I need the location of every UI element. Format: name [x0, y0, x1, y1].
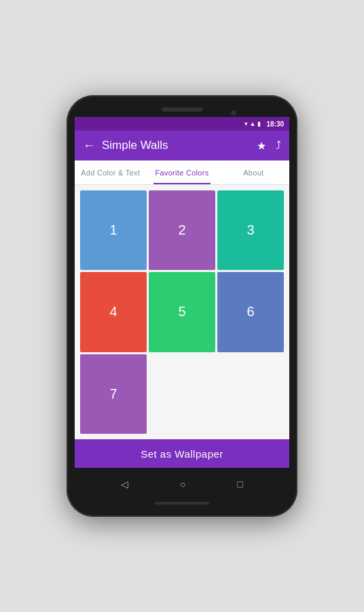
app-bar: ← Simple Walls ★ ⤴ — [75, 131, 289, 160]
tab-add-color-text[interactable]: Add Color & Text — [75, 160, 146, 184]
tab-about[interactable]: About — [218, 160, 289, 184]
phone-camera — [231, 110, 236, 116]
color-cell-8 — [149, 354, 215, 434]
color-cell-9 — [217, 354, 284, 434]
status-bar: ▾ ▲ ▮ 18:30 — [75, 117, 289, 131]
share-button[interactable]: ⤴ — [276, 139, 281, 152]
star-button[interactable]: ★ — [257, 139, 266, 152]
phone-frame: ▾ ▲ ▮ 18:30 ← Simple Walls ★ ⤴ Add Color… — [67, 95, 297, 517]
app-bar-actions: ★ ⤴ — [257, 139, 281, 152]
back-button[interactable]: ← — [83, 139, 95, 153]
tab-favorite-colors[interactable]: Favorite Colors — [146, 160, 217, 184]
signal-icon: ▲ — [250, 120, 256, 127]
set-wallpaper-button[interactable]: Set as Wallpaper — [75, 439, 289, 468]
color-grid: 1234567 — [75, 185, 289, 439]
nav-home-icon[interactable]: ○ — [180, 479, 185, 490]
battery-icon: ▮ — [257, 120, 261, 127]
phone-bottom-bar — [155, 502, 209, 505]
status-time: 18:30 — [266, 120, 284, 128]
nav-back-icon[interactable]: ◁ — [121, 479, 128, 490]
color-cell-7[interactable]: 7 — [80, 354, 147, 434]
phone-speaker — [162, 107, 202, 112]
nav-recent-icon[interactable]: □ — [238, 479, 243, 490]
color-cell-3[interactable]: 3 — [217, 190, 284, 270]
phone-screen: ▾ ▲ ▮ 18:30 ← Simple Walls ★ ⤴ Add Color… — [75, 117, 289, 468]
nav-bar: ◁ ○ □ — [75, 472, 289, 496]
status-icons: ▾ ▲ ▮ — [244, 120, 261, 127]
color-cell-4[interactable]: 4 — [80, 272, 147, 352]
wifi-icon: ▾ — [244, 120, 248, 127]
color-cell-1[interactable]: 1 — [80, 190, 147, 270]
color-cell-2[interactable]: 2 — [149, 190, 215, 270]
color-cell-6[interactable]: 6 — [217, 272, 284, 352]
color-cell-5[interactable]: 5 — [149, 272, 215, 352]
tab-bar: Add Color & Text Favorite Colors About — [75, 160, 289, 185]
app-title: Simple Walls — [102, 139, 250, 152]
